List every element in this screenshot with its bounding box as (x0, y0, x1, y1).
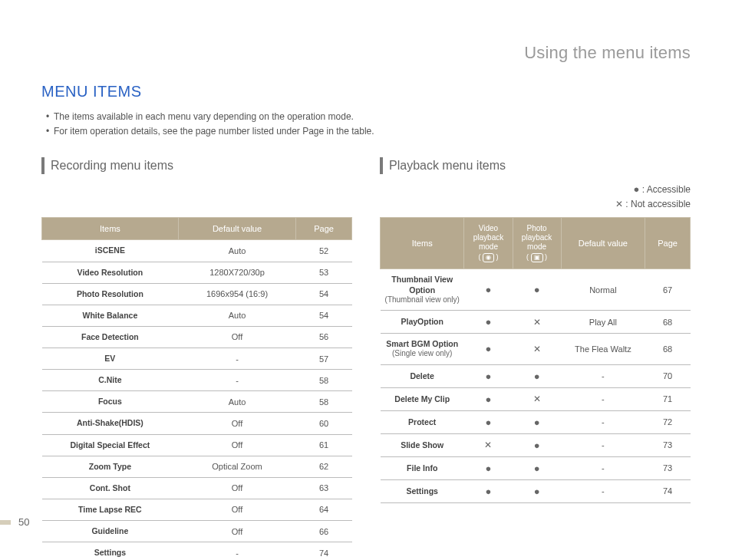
table-row: Video Resolution1280X720/30p53 (42, 262, 352, 283)
pb-photo: ● (513, 269, 561, 311)
pb-item: Thumbnail View Option(Thumbnail view onl… (381, 269, 464, 311)
rec-default: - (178, 348, 296, 370)
pb-photo: ● (513, 433, 561, 456)
pb-item: Protect (381, 410, 464, 433)
recording-heading: Recording menu items (41, 157, 352, 174)
pb-default: - (561, 479, 645, 502)
rec-default: Optical Zoom (178, 456, 296, 477)
table-row: C.Nite-58 (42, 370, 352, 391)
pb-video: ● (464, 269, 513, 311)
rec-th-page: Page (296, 218, 352, 240)
rec-page: 58 (296, 391, 352, 413)
rec-default: Off (178, 413, 296, 434)
rec-page: 53 (296, 262, 352, 283)
table-row: Delete My Clip●✕-71 (381, 387, 691, 410)
pb-page: 73 (645, 456, 691, 479)
rec-th-default: Default value (178, 218, 296, 240)
pb-video: ● (464, 479, 513, 502)
pb-th-photo: Photo playback mode ( ▣ ) (513, 218, 561, 269)
legend-accessible-text: : Accessible (642, 184, 691, 195)
table-row: PlayOption●✕Play All68 (381, 311, 691, 334)
table-row: File Info●●-73 (381, 456, 691, 479)
chapter-title: Using the menu items (41, 43, 691, 63)
recording-heading-text: Recording menu items (51, 159, 173, 173)
pb-default: - (561, 387, 645, 410)
pb-video: ● (464, 334, 513, 365)
table-row: Cont. ShotOff63 (42, 477, 352, 499)
pb-video: ● (464, 387, 513, 410)
pb-page: 67 (645, 269, 691, 311)
rec-page: 61 (296, 434, 352, 456)
rec-default: - (178, 370, 296, 391)
pb-photo: ● (513, 364, 561, 387)
pb-video: ● (464, 311, 513, 334)
rec-default: 1280X720/30p (178, 262, 296, 283)
table-row: Zoom TypeOptical Zoom62 (42, 456, 352, 477)
pb-video: ● (464, 456, 513, 479)
pb-item: PlayOption (381, 311, 464, 334)
pb-item: Delete My Clip (381, 387, 464, 410)
rec-item: iSCENE (42, 240, 179, 262)
pb-item: Slide Show (381, 433, 464, 456)
rec-th-items: Items (42, 218, 179, 240)
rec-item: EV (42, 348, 179, 370)
page-tab-icon (0, 520, 11, 525)
rec-item: Anti-Shake(HDIS) (42, 413, 179, 434)
pb-th-default: Default value (561, 218, 645, 269)
pb-item: Smart BGM Option(Single view only) (381, 334, 464, 365)
pb-th-video-text: Video playback mode (473, 224, 503, 251)
rec-item: Focus (42, 391, 179, 413)
rec-default: Auto (178, 240, 296, 262)
rec-item: Cont. Shot (42, 477, 179, 499)
bullet-1: The items available in each menu vary de… (54, 110, 354, 124)
pb-photo: ✕ (513, 387, 561, 410)
rec-page: 58 (296, 370, 352, 391)
pb-video: ● (464, 364, 513, 387)
table-row: White BalanceAuto54 (42, 305, 352, 326)
page-number: 50 (18, 516, 29, 528)
table-row: iSCENEAuto52 (42, 240, 352, 262)
pb-th-video: Video playback mode ( ◉ ) (464, 218, 513, 269)
page-footer: 50 (0, 516, 29, 528)
table-row: Anti-Shake(HDIS)Off60 (42, 413, 352, 434)
pb-default: - (561, 456, 645, 479)
rec-item: C.Nite (42, 370, 179, 391)
pb-th-items: Items (381, 218, 464, 269)
rec-page: 63 (296, 477, 352, 499)
table-row: Thumbnail View Option(Thumbnail view onl… (381, 269, 691, 311)
rec-page: 54 (296, 283, 352, 305)
pb-default: Play All (561, 311, 645, 334)
pb-th-page: Page (645, 218, 691, 269)
legend: ● : Accessible ✕ : Not accessible (380, 182, 691, 209)
pb-page: 72 (645, 410, 691, 433)
playback-table: Items Video playback mode ( ◉ ) Photo pl… (380, 217, 691, 502)
rec-default: - (178, 542, 296, 560)
pb-photo: ✕ (513, 311, 561, 334)
table-row: Face DetectionOff56 (42, 326, 352, 348)
pb-page: 70 (645, 364, 691, 387)
rec-default: Off (178, 521, 296, 542)
rec-item: Photo Resolution (42, 283, 179, 305)
legend-not-accessible-text: : Not accessible (625, 199, 691, 209)
pb-photo: ● (513, 479, 561, 502)
rec-default: Auto (178, 305, 296, 326)
pb-video: ✕ (464, 433, 513, 456)
heading-bar-icon (380, 157, 383, 174)
rec-item: Digital Special Effect (42, 434, 179, 456)
section-title: MENU ITEMS (41, 83, 691, 100)
pb-default: - (561, 410, 645, 433)
legend-not-accessible-icon: ✕ (615, 199, 623, 209)
rec-default: Off (178, 434, 296, 456)
table-row: EV-57 (42, 348, 352, 370)
pb-default: - (561, 433, 645, 456)
rec-page: 54 (296, 305, 352, 326)
rec-page: 56 (296, 326, 352, 348)
table-row: Smart BGM Option(Single view only)●✕The … (381, 334, 691, 365)
pb-page: 74 (645, 479, 691, 502)
heading-bar-icon (41, 157, 45, 174)
video-playback-icon: ◉ (483, 253, 494, 262)
table-row: Protect●●-72 (381, 410, 691, 433)
table-row: Photo Resolution1696x954 (16:9)54 (42, 283, 352, 305)
rec-default: Off (178, 326, 296, 348)
rec-item: Video Resolution (42, 262, 179, 283)
